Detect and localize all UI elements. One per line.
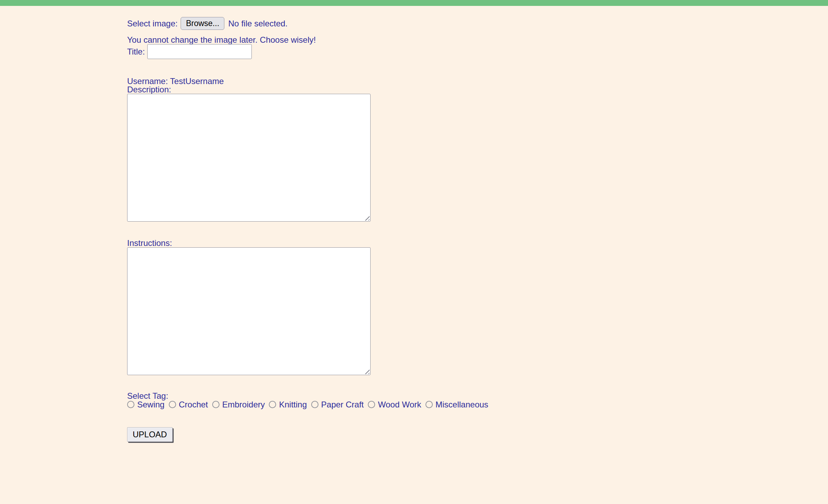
description-label: Description:	[127, 85, 828, 94]
tag-option-label: Crochet	[179, 400, 208, 410]
instructions-field-wrap	[127, 247, 371, 375]
radio-knitting-icon[interactable]	[269, 401, 276, 408]
browse-button[interactable]: Browse...	[181, 17, 224, 30]
tag-option-wood-work[interactable]: Wood Work	[368, 400, 421, 410]
radio-embroidery-icon[interactable]	[212, 401, 220, 408]
tag-option-knitting[interactable]: Knitting	[269, 400, 307, 410]
select-tag-label: Select Tag:	[127, 392, 828, 400]
description-textarea[interactable]	[127, 94, 371, 222]
description-field-wrap	[127, 94, 371, 222]
radio-miscellaneous-icon[interactable]	[425, 401, 433, 408]
title-input[interactable]	[147, 44, 252, 59]
instructions-label: Instructions:	[127, 239, 828, 247]
username-text: Username: TestUsername	[127, 77, 828, 85]
title-row: Title:	[127, 44, 828, 59]
tag-option-sewing[interactable]: Sewing	[127, 400, 165, 410]
instructions-textarea[interactable]	[127, 247, 371, 375]
file-select-row: Select image: Browse... No file selected…	[127, 17, 828, 30]
tag-option-label: Sewing	[137, 400, 165, 410]
radio-sewing-icon[interactable]	[127, 401, 134, 408]
tag-option-label: Paper Craft	[321, 400, 364, 410]
tag-option-embroidery[interactable]: Embroidery	[212, 400, 265, 410]
upload-button[interactable]: UPLOAD	[127, 427, 173, 442]
top-accent-bar	[0, 0, 828, 6]
tag-option-paper-craft[interactable]: Paper Craft	[311, 400, 364, 410]
radio-crochet-icon[interactable]	[169, 401, 176, 408]
tag-option-label: Wood Work	[378, 400, 421, 410]
tag-option-label: Knitting	[279, 400, 307, 410]
upload-form: Select image: Browse... No file selected…	[0, 6, 828, 442]
image-warning-text: You cannot change the image later. Choos…	[127, 36, 828, 44]
radio-paper-craft-icon[interactable]	[311, 401, 318, 408]
tag-option-crochet[interactable]: Crochet	[169, 400, 208, 410]
file-status-text: No file selected.	[228, 19, 288, 28]
tag-option-label: Embroidery	[222, 400, 265, 410]
file-select-label: Select image:	[127, 19, 177, 28]
radio-wood-work-icon[interactable]	[368, 401, 375, 408]
title-label: Title:	[127, 47, 145, 57]
tag-radio-group: Sewing Crochet Embroidery Knitting Paper…	[127, 400, 828, 409]
tag-option-miscellaneous[interactable]: Miscellaneous	[425, 400, 488, 410]
tag-option-label: Miscellaneous	[436, 400, 488, 410]
